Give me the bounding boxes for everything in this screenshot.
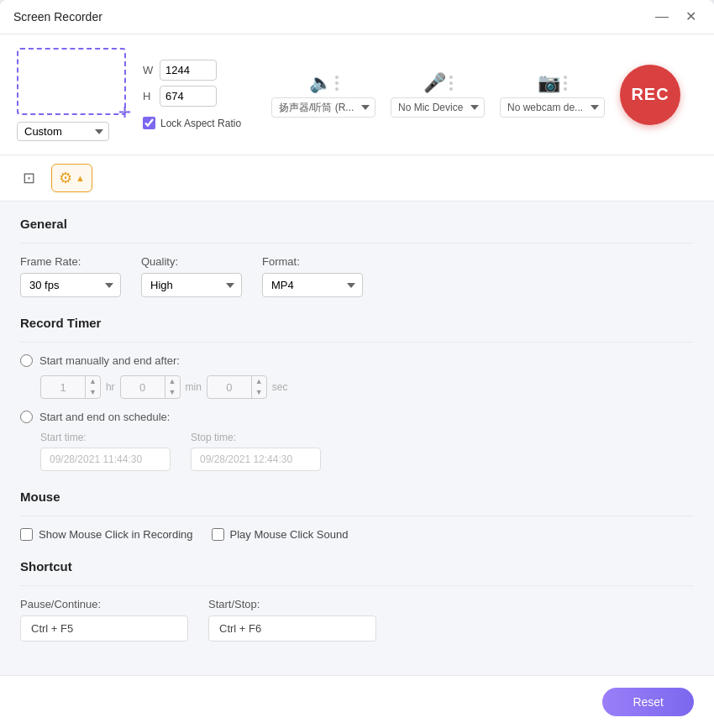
close-button[interactable]: ✕ [681,8,701,25]
width-row: W [143,60,241,81]
min-up-btn[interactable]: ▲ [165,376,180,387]
quality-group: Quality: High Low Medium [141,255,242,297]
manual-label: Start manually and end after: [39,354,180,367]
region-box[interactable]: ✛ [17,48,126,115]
sec-field: ▲ ▼ [207,375,267,399]
title-bar: Screen Recorder — ✕ [0,0,714,34]
rec-button[interactable]: REC [620,65,680,125]
schedule-label: Start and end on schedule: [39,411,170,423]
pause-shortcut-group: Pause/Continue: [20,598,188,642]
minimize-button[interactable]: — [651,8,673,25]
sec-down-btn[interactable]: ▼ [252,387,266,398]
height-input[interactable] [160,86,217,107]
general-divider [20,243,694,244]
min-unit: min [186,381,202,393]
hr-field: ▲ ▼ [40,375,101,399]
mouse-divider [20,516,694,516]
top-area: ✛ Custom Full Screen 1920×1080 1280×720 … [0,34,714,155]
bottom-bar: Reset [0,675,714,728]
chevron-up-icon: ▲ [76,173,85,183]
mic-icon-row: 🎤 [423,72,453,94]
webcam-icon-row: 📷 [538,72,567,94]
hr-input[interactable] [41,377,85,398]
width-label: W [143,64,155,76]
record-timer-section: Record Timer Start manually and end afte… [20,316,694,471]
screen-capture-button[interactable]: ⊡ [15,164,43,192]
manual-radio[interactable] [20,354,33,367]
show-click-item: Show Mouse Click in Recording [20,528,193,541]
lock-ratio-row: Lock Aspect Ratio [143,117,241,129]
lock-aspect-checkbox[interactable] [143,117,155,129]
mic-icon: 🎤 [423,72,446,94]
settings-button[interactable]: ⚙ ▲ [51,164,92,192]
start-time-label: Start time: [40,432,171,443]
reset-button[interactable]: Reset [602,688,694,716]
window-title: Screen Recorder [13,10,102,24]
width-input[interactable] [160,60,217,81]
mic-dropdown[interactable]: No Mic Device [391,97,485,118]
stop-time-label: Stop time: [191,432,321,443]
pause-input[interactable] [20,615,188,642]
start-time-input[interactable] [40,448,171,471]
show-click-checkbox[interactable] [20,528,33,541]
mouse-section: Mouse Show Mouse Click in Recording Play… [20,490,694,541]
speaker-dots [335,76,339,91]
general-form-row: Frame Rate: 30 fps 15 fps 24 fps 60 fps … [20,255,694,297]
stop-time-input[interactable] [191,448,321,471]
shortcut-row: Pause/Continue: Start/Stop: [20,598,694,642]
region-select: Custom Full Screen 1920×1080 1280×720 [17,122,109,141]
capture-region: ✛ Custom Full Screen 1920×1080 1280×720 [17,48,126,141]
devices-row: 🔈 扬声器/听筒 (R... 🎤 No Mi [255,65,697,125]
play-sound-checkbox[interactable] [212,528,224,541]
preset-dropdown[interactable]: Custom Full Screen 1920×1080 1280×720 [17,122,109,141]
show-click-label: Show Mouse Click in Recording [39,528,193,541]
lock-aspect-label: Lock Aspect Ratio [160,118,241,129]
min-down-btn[interactable]: ▼ [165,387,180,398]
pause-label: Pause/Continue: [20,598,188,610]
screen-icon: ⊡ [23,169,35,187]
start-time-group: Start time: [40,432,171,471]
speaker-icon-row: 🔈 [309,72,339,94]
webcam-dropdown[interactable]: No webcam de... [500,97,605,118]
mic-dots [449,76,453,91]
manual-radio-row: Start manually and end after: [20,354,694,367]
framerate-select[interactable]: 30 fps 15 fps 24 fps 60 fps [20,273,121,297]
startstop-label: Start/Stop: [208,598,376,610]
hr-down-btn[interactable]: ▼ [86,387,100,398]
settings-panel: General Frame Rate: 30 fps 15 fps 24 fps… [0,202,714,675]
startstop-shortcut-group: Start/Stop: [208,598,376,642]
speaker-device: 🔈 扬声器/听筒 (R... [271,72,375,118]
format-group: Format: MP4 MOV AVI FLV TS GIF [262,255,363,297]
play-sound-label: Play Mouse Click Sound [230,528,349,541]
startstop-input[interactable] [208,615,376,642]
height-row: H [143,86,241,107]
framerate-group: Frame Rate: 30 fps 15 fps 24 fps 60 fps [20,255,121,297]
quality-select[interactable]: High Low Medium [141,273,242,297]
min-spinners: ▲ ▼ [165,376,180,398]
format-select[interactable]: MP4 MOV AVI FLV TS GIF [262,273,363,297]
gear-icon: ⚙ [59,169,72,187]
sec-up-btn[interactable]: ▲ [252,376,266,387]
mic-device: 🎤 No Mic Device [391,72,485,118]
timer-divider [20,342,694,343]
mouse-checkbox-row: Show Mouse Click in Recording Play Mouse… [20,528,694,541]
app-window: Screen Recorder — ✕ ✛ Custom Full Screen… [0,0,714,728]
stop-time-group: Stop time: [191,432,321,471]
speaker-dropdown[interactable]: 扬声器/听筒 (R... [271,97,375,118]
sec-spinners: ▲ ▼ [251,376,266,398]
schedule-radio[interactable] [20,411,33,423]
sec-input[interactable] [207,377,251,398]
shortcut-section: Shortcut Pause/Continue: Start/Stop: [20,559,694,642]
hr-up-btn[interactable]: ▲ [86,376,100,387]
min-input[interactable] [121,377,165,398]
height-label: H [143,90,155,102]
crosshair-icon: ✛ [118,105,131,120]
sec-unit: sec [272,381,288,393]
timer-inputs: ▲ ▼ hr ▲ ▼ min ▲ ▼ [40,375,694,399]
general-section: General Frame Rate: 30 fps 15 fps 24 fps… [20,217,694,297]
wh-fields: W H Lock Aspect Ratio [143,60,241,129]
webcam-dots [564,76,567,91]
min-field: ▲ ▼ [120,375,181,399]
schedule-radio-row: Start and end on schedule: [20,411,694,423]
play-sound-item: Play Mouse Click Sound [212,528,349,541]
